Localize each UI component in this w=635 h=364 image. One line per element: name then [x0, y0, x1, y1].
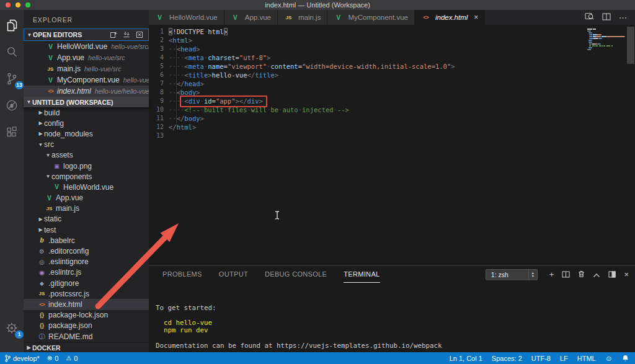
- new-terminal-icon[interactable]: +: [549, 270, 554, 278]
- workspace-section-header[interactable]: ▼ UNTITLED (WORKSPACE): [24, 97, 149, 107]
- open-editor-item[interactable]: <>index.htmlhello-vue/hello-vue: [24, 86, 149, 97]
- tree-item-.postcssrc.js[interactable]: JS.postcssrc.js: [24, 288, 149, 299]
- language-mode[interactable]: HTML: [577, 355, 596, 362]
- close-tab-icon[interactable]: ×: [474, 14, 478, 21]
- activity-source-control-icon[interactable]: 13: [4, 71, 20, 87]
- notifications-bell-icon[interactable]: [622, 355, 629, 362]
- tree-item-README.md[interactable]: ⓘREADME.md: [24, 331, 149, 342]
- activity-debug-icon[interactable]: [4, 97, 20, 113]
- panel-tab-output[interactable]: OUTPUT: [219, 266, 248, 283]
- tree-item-components[interactable]: ▼components: [24, 171, 149, 182]
- code-token: >: [451, 63, 455, 70]
- tree-item-.babelrc[interactable]: b.babelrc: [24, 235, 149, 246]
- tree-item-HelloWorld.vue[interactable]: VHelloWorld.vue: [24, 182, 149, 192]
- tree-item-test[interactable]: ▶test: [24, 224, 149, 235]
- more-actions-icon[interactable]: ⋯: [619, 13, 628, 22]
- terminal-output[interactable]: To get started: cd hello-vue npm run dev…: [149, 283, 635, 352]
- gitignore-file-icon: ◆: [37, 280, 47, 286]
- tree-item-.eslintignore[interactable]: ◎.eslintignore: [24, 257, 149, 267]
- open-editor-item[interactable]: JSmain.jshello-vue/src: [24, 63, 149, 74]
- feedback-smiley-icon[interactable]: ☺: [605, 354, 613, 363]
- warning-count[interactable]: ⚠ 0: [66, 355, 78, 362]
- save-all-icon[interactable]: [123, 31, 130, 38]
- split-editor-icon[interactable]: [602, 12, 611, 23]
- tree-item-package-lock.json[interactable]: {}package-lock.json: [24, 310, 149, 321]
- minimap[interactable]: [587, 29, 626, 53]
- code-line-6[interactable]: 6····<title>hello-vue</title>: [149, 71, 455, 79]
- activity-extensions-icon[interactable]: [4, 124, 20, 140]
- code-line-13[interactable]: 13: [149, 131, 455, 140]
- tree-item-label: HelloWorld.vue: [63, 183, 113, 192]
- code-token: >: [189, 37, 192, 44]
- git-branch-status[interactable]: develop*: [5, 355, 40, 362]
- folder-closed-icon: ▶: [37, 216, 44, 222]
- tree-item-.eslintrc.js[interactable]: ◉.eslintrc.js: [24, 267, 149, 278]
- panel-tab-debug-console[interactable]: DEBUG CONSOLE: [265, 266, 327, 283]
- split-terminal-icon[interactable]: [562, 269, 570, 280]
- code-line-4[interactable]: 4····<meta·charset="utf-8">: [149, 53, 455, 62]
- tree-item-package.json[interactable]: {}package.json: [24, 321, 149, 331]
- tree-item-node_modules[interactable]: ▶node_modules: [24, 128, 149, 139]
- close-panel-icon[interactable]: ×: [624, 270, 629, 278]
- line-number: 11: [149, 114, 164, 123]
- tree-item-.gitignore[interactable]: ◆.gitignore: [24, 278, 149, 288]
- new-untitled-file-icon[interactable]: [110, 31, 117, 38]
- encoding[interactable]: UTF-8: [531, 355, 551, 362]
- json-file-icon: {}: [37, 312, 47, 318]
- tab-HelloWorld.vue[interactable]: VHelloWorld.vue: [149, 10, 224, 25]
- code-token: head: [184, 80, 200, 87]
- code-token: >: [224, 28, 228, 35]
- toggle-panel-position-icon[interactable]: [608, 269, 616, 280]
- activity-explorer-icon[interactable]: [4, 17, 20, 33]
- eol[interactable]: LF: [560, 355, 568, 362]
- open-editor-item[interactable]: VHelloWorld.vuehello-vue/src/...: [24, 41, 149, 52]
- line-number: 4: [149, 53, 164, 62]
- section-collapse-icon: ▼: [26, 32, 33, 38]
- line-number: 9: [149, 97, 164, 105]
- tree-item-main.js[interactable]: JSmain.js: [24, 203, 149, 214]
- select-stepper-icon: ▲▼: [528, 270, 537, 280]
- tree-item-.editorconfig[interactable]: ⚙.editorconfig: [24, 246, 149, 256]
- sidebar-title: EXPLORER: [24, 10, 149, 29]
- tree-item-App.vue[interactable]: VApp.vue: [24, 193, 149, 203]
- code-line-1[interactable]: 1<!DOCTYPE·html>: [149, 27, 455, 36]
- folder-closed-icon: ▶: [37, 110, 44, 115]
- code-line-11[interactable]: 11··</body>: [149, 114, 455, 123]
- open-editors-header[interactable]: ▼ OPEN EDITORS: [24, 29, 149, 41]
- indentation[interactable]: Spaces: 2: [492, 355, 522, 362]
- open-preview-icon[interactable]: [585, 12, 594, 23]
- panel-tab-problems[interactable]: PROBLEMS: [162, 266, 202, 283]
- tab-MyComponent.vue[interactable]: VMyComponent.vue: [327, 10, 415, 25]
- cursor-position[interactable]: Ln 1, Col 1: [450, 355, 482, 362]
- code-line-12[interactable]: 12</html>: [149, 123, 455, 131]
- tree-item-assets[interactable]: ▼assets: [24, 150, 149, 161]
- tree-item-config[interactable]: ▶config: [24, 118, 149, 128]
- maximize-panel-icon[interactable]: [593, 269, 600, 280]
- code-editor[interactable]: 1<!DOCTYPE·html>2<html>3··<head>4····<me…: [149, 25, 635, 265]
- editor-scrollbar[interactable]: [627, 27, 634, 64]
- panel-tab-terminal[interactable]: TERMINAL: [344, 266, 380, 283]
- settings-gear-icon[interactable]: 1: [4, 320, 20, 336]
- code-line-3[interactable]: 3··<head>: [149, 45, 455, 53]
- tree-item-label: .babelrc: [48, 236, 75, 245]
- open-editor-item[interactable]: VMyComponent.vuehello-vue...: [24, 74, 149, 86]
- code-line-7[interactable]: 7··</head>: [149, 79, 455, 88]
- code-line-5[interactable]: 5····<meta·name="viewport"·content="widt…: [149, 62, 455, 71]
- close-all-editors-icon[interactable]: [136, 31, 143, 38]
- kill-terminal-icon[interactable]: [578, 269, 585, 280]
- open-editor-item[interactable]: VApp.vuehello-vue/src: [24, 52, 149, 63]
- tree-item-src[interactable]: ▼src: [24, 140, 149, 150]
- tab-App.vue[interactable]: VApp.vue: [224, 10, 278, 25]
- activity-search-icon[interactable]: [4, 44, 20, 60]
- terminal-shell-select[interactable]: 1: zsh ▲▼: [486, 269, 538, 280]
- code-line-2[interactable]: 2<html>: [149, 36, 455, 45]
- tab-index.html[interactable]: <>index.html×: [415, 10, 485, 25]
- tree-item-build[interactable]: ▶build: [24, 107, 149, 118]
- tree-item-logo.png[interactable]: ▣logo.png: [24, 161, 149, 171]
- editorconfig-file-icon: ⚙: [37, 248, 47, 255]
- error-count[interactable]: ⊗ 0: [47, 355, 59, 362]
- tab-main.js[interactable]: JSmain.js: [278, 10, 327, 25]
- tree-item-index.html[interactable]: <>index.html: [24, 299, 149, 309]
- docker-section-header[interactable]: ▶ DOCKER: [24, 342, 149, 352]
- tree-item-static[interactable]: ▶static: [24, 214, 149, 224]
